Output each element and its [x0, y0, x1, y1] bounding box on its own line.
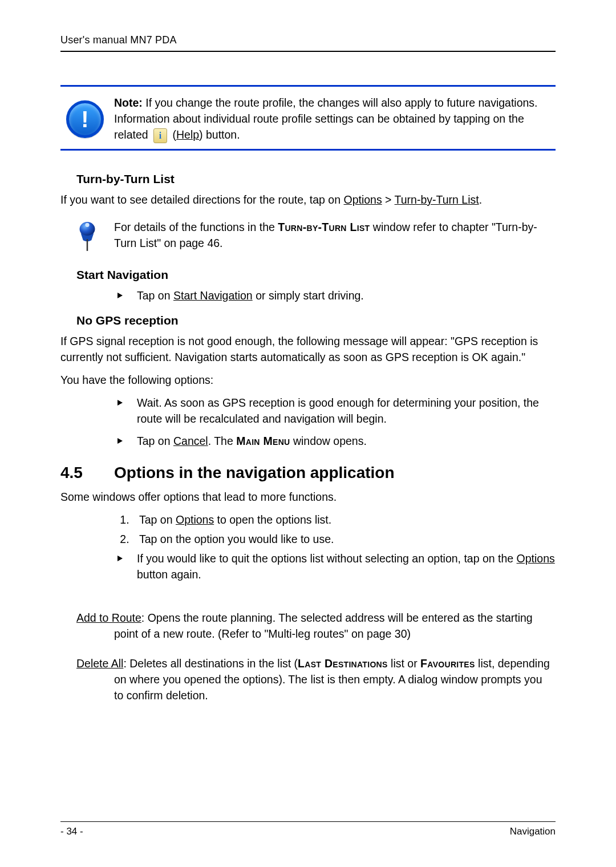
step2: Tap on the option you would like to use.: [139, 533, 334, 545]
turn-para: If you want to see detailed directions f…: [60, 192, 556, 208]
help-label[interactable]: Help: [176, 128, 199, 141]
gps-b2c: window opens.: [290, 435, 366, 447]
page: User's manual MN7 PDA ! Note: If you cha…: [0, 0, 616, 867]
section-4-5-heading: 4.5 Options in the navigation applicatio…: [60, 464, 556, 482]
gps-list: Wait. As soon as GPS reception is good e…: [60, 395, 556, 448]
note-box: ! Note: If you change the route profile,…: [60, 85, 556, 151]
pin-row: For details of the functions in the Turn…: [60, 219, 556, 252]
sec45-intro: Some windows offer options that lead to …: [60, 489, 556, 505]
pushpin-icon: [60, 219, 114, 252]
list-item: Wait. As soon as GPS reception is good e…: [114, 395, 556, 427]
turn-dot: .: [479, 193, 482, 206]
pin-sc: Turn-by-Turn List: [278, 221, 370, 233]
list-item: Tap on Options to open the options list.: [132, 512, 556, 528]
pin-text: For details of the functions in the Turn…: [114, 219, 556, 251]
footer-section: Navigation: [510, 826, 556, 837]
note-text: Note: If you change the route profile, t…: [108, 95, 556, 143]
s45ba: If you would like to quit the options li…: [137, 552, 517, 565]
footer: - 34 - Navigation: [60, 821, 556, 837]
turn-gt: >: [382, 193, 395, 206]
content-area: ! Note: If you change the route profile,…: [60, 52, 556, 703]
section-title: Options in the navigation application: [114, 464, 395, 482]
start-a: Tap on: [137, 289, 173, 302]
link-tbt[interactable]: Turn-by-Turn List: [395, 193, 479, 206]
sec45-bullets: If you would like to quit the options li…: [60, 550, 556, 582]
def-del-sc2: Favourites: [420, 657, 475, 670]
link-options-3[interactable]: Options: [517, 552, 555, 565]
gps-b2a: Tap on: [137, 435, 173, 447]
gps-sc: Main Menu: [236, 435, 290, 447]
pin-a: For details of the functions in the: [114, 221, 278, 233]
link-options-2[interactable]: Options: [176, 513, 214, 526]
start-nav-list: Tap on Start Navigation or simply start …: [60, 287, 556, 303]
page-number: - 34 -: [60, 826, 83, 837]
alert-icon: !: [62, 100, 108, 138]
help-icon[interactable]: [153, 128, 167, 143]
note-line2c: ) button.: [199, 128, 240, 141]
sec45-steps: Tap on Options to open the options list.…: [117, 512, 556, 547]
svg-point-2: [85, 223, 89, 227]
start-b: or simply start driving.: [253, 289, 364, 302]
def-add-to-route: Add to Route: Opens the route planning. …: [76, 610, 553, 642]
section-number: 4.5: [60, 464, 114, 482]
note-line2a: Information about individual route profi…: [114, 112, 524, 141]
link-options[interactable]: Options: [343, 193, 382, 206]
list-item: Tap on Cancel. The Main Menu window open…: [114, 433, 556, 449]
note-line1: If you change the route profile, the cha…: [143, 96, 538, 109]
heading-no-gps: No GPS reception: [76, 314, 556, 327]
gps-b1: Wait. As soon as GPS reception is good e…: [137, 396, 539, 425]
heading-start-nav: Start Navigation: [76, 268, 556, 282]
gps-b2b: . The: [208, 435, 237, 447]
gps-para1: If GPS signal reception is not good enou…: [60, 333, 556, 365]
def-del-b: list or: [388, 657, 420, 670]
def-del-label[interactable]: Delete All: [76, 657, 123, 670]
list-item: If you would like to quit the options li…: [114, 550, 556, 582]
list-item: Tap on the option you would like to use.: [132, 531, 556, 547]
step1a: Tap on: [139, 513, 176, 526]
def-add-body-inline: : Opens the route planning. The selected…: [114, 611, 533, 640]
def-delete-all: Delete All: Deletes all destinations in …: [76, 655, 553, 703]
note-label: Note:: [114, 96, 143, 109]
s45bb: button again.: [137, 568, 201, 581]
running-header: User's manual MN7 PDA: [60, 34, 556, 51]
turn-para-a: If you want to see detailed directions f…: [60, 193, 343, 206]
list-item: Tap on Start Navigation or simply start …: [114, 287, 556, 303]
def-del-sc1: Last Destinations: [298, 657, 388, 670]
step1b: to open the options list.: [214, 513, 331, 526]
heading-turn-by-turn: Turn-by-Turn List: [76, 172, 556, 186]
gps-para2: You have the following options:: [60, 372, 556, 388]
exclamation-icon: !: [81, 108, 88, 131]
link-cancel[interactable]: Cancel: [173, 435, 208, 447]
def-del-a: : Deletes all destinations in the list (: [123, 657, 298, 670]
def-add-label[interactable]: Add to Route: [76, 611, 141, 624]
link-start-navigation[interactable]: Start Navigation: [173, 289, 253, 302]
